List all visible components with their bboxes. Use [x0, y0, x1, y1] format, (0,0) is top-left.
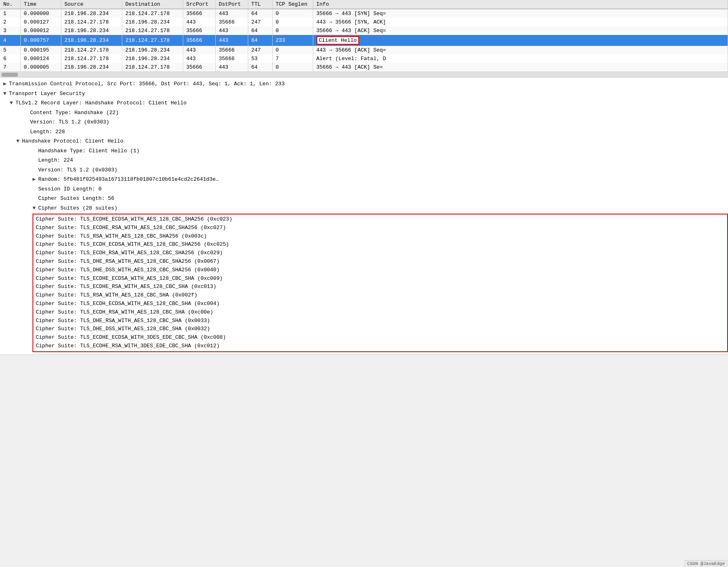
col-header-source: Source: [61, 0, 122, 9]
cipher-suite-line: Cipher Suite: TLS_RSA_WITH_AES_128_CBC_S…: [36, 291, 725, 300]
footer-label: CSDN @JavaEdge: [687, 561, 725, 566]
cell-dst: 218.196.28.234: [122, 18, 183, 26]
cell-dst: 218.124.27.178: [122, 26, 183, 35]
random-row[interactable]: ▶ Random: 5fb481f025493a16713118fb01807c…: [0, 175, 728, 184]
tls-row[interactable]: ▼ Transport Layer Security: [0, 89, 728, 99]
cell-sport: 35666: [183, 26, 215, 35]
length-handshake-spacer: [32, 156, 38, 164]
content-type-spacer: [24, 109, 30, 117]
handshake-label-text: Handshake Protocol: Client Hello: [22, 137, 124, 145]
cipher-suite-line: Cipher Suite: TLS_DHE_DSS_WITH_AES_128_C…: [36, 325, 725, 333]
cipher-suite-line: Cipher Suite: TLS_ECDH_RSA_WITH_AES_128_…: [36, 249, 725, 258]
handshake-label-row[interactable]: ▼ Handshake Protocol: Client Hello: [0, 136, 728, 146]
cell-src: 218.196.28.234: [61, 9, 122, 18]
record-label: TLSv1.2 Record Layer: Handshake Protocol…: [15, 99, 186, 107]
info-highlight: Client Hello: [316, 36, 360, 45]
cell-sport: 443: [183, 46, 215, 54]
cell-src: 218.196.28.234: [61, 35, 122, 46]
tcp-expand-icon[interactable]: ▶: [3, 80, 9, 88]
cipher-suites-label-row[interactable]: ▼ Cipher Suites (28 suites): [0, 203, 728, 213]
version-record-spacer: [24, 118, 30, 126]
cell-no: 6: [0, 54, 20, 63]
tls-expand-icon[interactable]: ▼: [3, 90, 9, 98]
cipher-suites-expand-icon[interactable]: ▼: [32, 204, 38, 212]
cipher-suite-line: Cipher Suite: TLS_ECDH_RSA_WITH_AES_128_…: [36, 308, 725, 317]
cipher-suite-line: Cipher Suite: TLS_ECDHE_RSA_WITH_3DES_ED…: [36, 342, 725, 351]
cipher-suites-length-row: Cipher Suites Length: 56: [0, 194, 728, 203]
cell-no: 2: [0, 18, 20, 26]
cell-src: 218.124.27.178: [61, 18, 122, 26]
tcp-detail-text: Transmission Control Protocol, Src Port:…: [9, 80, 285, 88]
tcp-row[interactable]: ▶ Transmission Control Protocol, Src Por…: [0, 79, 728, 89]
random-text: Random: 5fb481f025493a16713118fb01807c10…: [38, 175, 219, 184]
cell-dport: 443: [215, 35, 248, 46]
cell-sport: 443: [183, 54, 215, 63]
table-row[interactable]: 10.000000218.196.28.234218.124.27.178356…: [0, 9, 728, 18]
cell-time: 0.000757: [20, 35, 61, 46]
col-header-seglen: TCP Seglen: [272, 0, 313, 9]
col-header-srcport: SrcPort: [183, 0, 215, 9]
session-id-row: Session ID Length: 0: [0, 184, 728, 194]
cell-seglen: 0: [272, 9, 313, 18]
cell-info: 443 → 35666 [ACK] Seq=: [313, 46, 728, 54]
cell-src: 218.196.28.234: [61, 26, 122, 35]
cipher-suites-box: Cipher Suite: TLS_ECDHE_ECDSA_WITH_AES_1…: [32, 214, 728, 352]
cell-time: 0.000124: [20, 54, 61, 63]
cipher-suites-length-spacer: [32, 195, 38, 203]
packet-table: No. Time Source Destination SrcPort DstP…: [0, 0, 728, 72]
cell-time: 0.000195: [20, 46, 61, 54]
handshake-expand-icon[interactable]: ▼: [16, 137, 22, 145]
cell-ttl: 53: [248, 54, 272, 63]
cell-dport: 35666: [215, 46, 248, 54]
cell-seglen: 0: [272, 63, 313, 72]
cell-no: 3: [0, 26, 20, 35]
tls-label: Transport Layer Security: [9, 90, 85, 98]
col-header-info: Info: [313, 0, 728, 9]
cell-dst: 218.124.27.178: [122, 63, 183, 72]
session-id-spacer: [32, 185, 38, 193]
scrollbar-thumb[interactable]: [2, 73, 18, 77]
random-expand-icon[interactable]: ▶: [32, 175, 38, 184]
cell-dport: 443: [215, 9, 248, 18]
cipher-suite-line: Cipher Suite: TLS_DHE_RSA_WITH_AES_128_C…: [36, 258, 725, 266]
cell-dport: 443: [215, 63, 248, 72]
horizontal-scrollbar[interactable]: [0, 72, 728, 78]
record-expand-icon[interactable]: ▼: [10, 99, 15, 107]
col-header-dstport: DstPort: [215, 0, 248, 9]
cell-info: Client Hello: [313, 35, 728, 46]
cell-dst: 218.196.28.234: [122, 54, 183, 63]
cell-dport: 35666: [215, 18, 248, 26]
cipher-suites-label-text: Cipher Suites (28 suites): [38, 204, 117, 212]
cell-no: 1: [0, 9, 20, 18]
version-record-text: Version: TLS 1.2 (0x0303): [30, 118, 109, 126]
cell-src: 218.124.27.178: [61, 54, 122, 63]
table-row[interactable]: 50.000195218.124.27.178218.196.28.234443…: [0, 46, 728, 54]
cell-sport: 35666: [183, 63, 215, 72]
table-row[interactable]: 60.000124218.124.27.178218.196.28.234443…: [0, 54, 728, 63]
cell-sport: 443: [183, 18, 215, 26]
handshake-type-spacer: [32, 147, 38, 155]
cell-time: 0.000127: [20, 18, 61, 26]
table-row[interactable]: 70.000005218.196.28.234218.124.27.178356…: [0, 63, 728, 72]
cell-src: 218.196.28.234: [61, 63, 122, 72]
footer: CSDN @JavaEdge: [684, 560, 728, 567]
cipher-suite-line: Cipher Suite: TLS_ECDHE_RSA_WITH_AES_128…: [36, 224, 725, 232]
cipher-suite-line: Cipher Suite: TLS_DHE_RSA_WITH_AES_128_C…: [36, 317, 725, 325]
cipher-suite-line: Cipher Suite: TLS_ECDHE_ECDSA_WITH_AES_1…: [36, 275, 725, 283]
table-row[interactable]: 20.000127218.124.27.178218.196.28.234443…: [0, 18, 728, 26]
cell-info: 35666 → 443 [ACK] Seq=: [313, 26, 728, 35]
cell-time: 0.000012: [20, 26, 61, 35]
cell-ttl: 64: [248, 26, 272, 35]
cipher-suite-line: Cipher Suite: TLS_ECDHE_ECDSA_WITH_AES_1…: [36, 215, 725, 224]
cell-dport: 443: [215, 26, 248, 35]
cell-no: 7: [0, 63, 20, 72]
record-layer-row[interactable]: ▼ TLSv1.2 Record Layer: Handshake Protoc…: [0, 98, 728, 108]
length-handshake-row: Length: 224: [0, 156, 728, 165]
table-row[interactable]: 30.000012218.196.28.234218.124.27.178356…: [0, 26, 728, 35]
cell-src: 218.124.27.178: [61, 46, 122, 54]
version-handshake-text: Version: TLS 1.2 (0x0303): [38, 166, 117, 174]
session-id-text: Session ID Length: 0: [38, 185, 102, 193]
version-record-row: Version: TLS 1.2 (0x0303): [0, 117, 728, 127]
cell-seglen: 7: [272, 54, 313, 63]
table-row[interactable]: 40.000757218.196.28.234218.124.27.178356…: [0, 35, 728, 46]
